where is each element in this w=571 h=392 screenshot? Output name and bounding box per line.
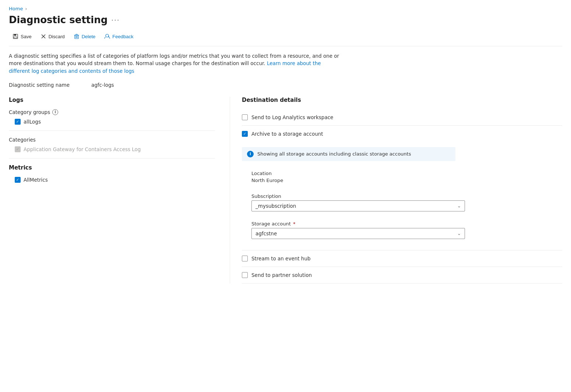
info-banner-icon: i — [247, 151, 254, 157]
storage-account-required: * — [293, 221, 296, 227]
archive-label: Archive to a storage account — [251, 131, 323, 137]
delete-button[interactable]: Delete — [70, 31, 99, 42]
discard-icon — [40, 33, 46, 39]
right-panel: Destination details Send to Log Analytic… — [230, 97, 562, 284]
log-analytics-label: Send to Log Analytics workspace — [251, 114, 333, 120]
svg-point-10 — [106, 34, 109, 37]
info-banner: i Showing all storage accounts including… — [242, 147, 455, 161]
breadcrumb-separator: › — [25, 6, 27, 11]
subscription-chevron-icon: ⌄ — [457, 203, 461, 209]
category-groups-label: Category groups — [9, 109, 50, 115]
all-metrics-label: AllMetrics — [24, 177, 48, 183]
setting-name-value: agfc-logs — [91, 82, 114, 88]
location-label: Location — [251, 171, 283, 176]
event-hub-label: Stream to an event hub — [251, 256, 311, 261]
app-gateway-checkbox[interactable]: ✓ — [15, 146, 21, 152]
breadcrumb-home-link[interactable]: Home — [9, 6, 23, 11]
left-panel: Logs Category groups i ✓ allLogs Categor… — [9, 97, 230, 284]
setting-name-label: Diagnostic setting name — [9, 82, 82, 88]
save-icon — [13, 33, 18, 39]
description: A diagnostic setting specifies a list of… — [9, 52, 340, 75]
svg-rect-1 — [14, 34, 16, 36]
all-metrics-checkbox[interactable]: ✓ — [15, 177, 21, 183]
all-metrics-row: ✓ AllMetrics — [9, 177, 215, 183]
event-hub-row: Stream to an event hub — [242, 250, 562, 267]
subscription-value: _mysubscription — [255, 203, 296, 209]
storage-account-value: agfcstne — [255, 231, 277, 236]
log-analytics-row: Send to Log Analytics workspace — [242, 109, 562, 126]
info-banner-text: Showing all storage accounts including c… — [257, 151, 411, 157]
metrics-section: Metrics ✓ AllMetrics — [9, 164, 215, 183]
metrics-divider — [9, 158, 215, 158]
discard-button[interactable]: Discard — [37, 31, 68, 42]
event-hub-checkbox[interactable] — [242, 256, 248, 261]
metrics-section-title: Metrics — [9, 164, 215, 171]
log-analytics-checkbox[interactable] — [242, 114, 248, 120]
all-logs-row: ✓ allLogs — [9, 119, 215, 125]
save-button[interactable]: Save — [9, 31, 35, 42]
partner-label: Send to partner solution — [251, 272, 312, 278]
category-groups-header: Category groups i — [9, 109, 215, 115]
storage-account-label: Storage account * — [251, 221, 562, 227]
feedback-label: Feedback — [112, 34, 133, 39]
category-groups-info-icon[interactable]: i — [52, 109, 58, 115]
breadcrumb: Home › — [9, 6, 562, 11]
storage-account-group: Storage account * agfcstne ⌄ — [242, 221, 562, 239]
location-value: North Europe — [251, 178, 283, 183]
page-title: Diagnostic setting — [9, 14, 107, 25]
categories-label: Categories — [9, 137, 215, 143]
all-logs-checkbox[interactable]: ✓ — [15, 119, 21, 125]
subscription-group: Subscription _mysubscription ⌄ — [242, 193, 562, 211]
storage-account-select[interactable]: agfcstne ⌄ — [251, 228, 465, 239]
subscription-label: Subscription — [251, 193, 562, 199]
archive-checkbox[interactable]: ✓ — [242, 131, 248, 137]
all-logs-check: ✓ — [16, 120, 19, 124]
toolbar: Save Discard Delete — [9, 31, 562, 46]
svg-rect-2 — [14, 37, 17, 38]
subscription-select[interactable]: _mysubscription ⌄ — [251, 200, 465, 211]
more-options-button[interactable]: ··· — [111, 16, 120, 24]
logs-section-title: Logs — [9, 97, 215, 103]
logs-divider — [9, 131, 215, 131]
app-gateway-label: Application Gateway for Containers Acces… — [24, 146, 141, 152]
delete-label: Delete — [82, 34, 96, 39]
page-header: Diagnostic setting ··· — [9, 14, 562, 25]
logs-section: Logs Category groups i ✓ allLogs Categor… — [9, 97, 215, 152]
partner-checkbox[interactable] — [242, 272, 248, 278]
delete-icon — [74, 33, 80, 39]
all-logs-label: allLogs — [24, 119, 41, 125]
partner-row: Send to partner solution — [242, 267, 562, 284]
storage-account-chevron-icon: ⌄ — [457, 231, 461, 236]
app-gateway-row: ✓ Application Gateway for Containers Acc… — [9, 146, 215, 152]
main-content: Logs Category groups i ✓ allLogs Categor… — [9, 97, 562, 284]
location-group: Location North Europe — [242, 171, 283, 184]
save-label: Save — [21, 34, 32, 39]
setting-name-row: Diagnostic setting name agfc-logs — [9, 82, 562, 88]
discard-label: Discard — [49, 34, 65, 39]
destination-section-title: Destination details — [242, 97, 562, 103]
feedback-button[interactable]: Feedback — [101, 31, 137, 42]
archive-check: ✓ — [243, 132, 246, 136]
app-gateway-check: ✓ — [16, 147, 19, 151]
archive-row: ✓ Archive to a storage account i Showing… — [242, 126, 562, 250]
all-metrics-check: ✓ — [16, 178, 19, 182]
feedback-icon — [104, 33, 110, 39]
